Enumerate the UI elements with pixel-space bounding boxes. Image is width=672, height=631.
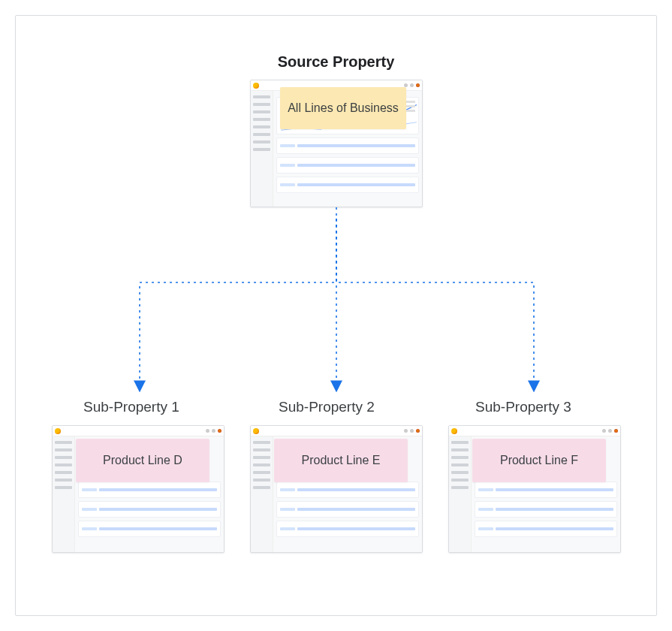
source-title: Source Property bbox=[16, 53, 656, 71]
thumbnail-sidebar bbox=[251, 91, 273, 207]
sub-property-2-label: Product Line E bbox=[274, 439, 408, 482]
analytics-logo-icon bbox=[55, 428, 61, 434]
window-controls-icon bbox=[602, 429, 618, 433]
sub-property-3-title: Sub-Property 3 bbox=[475, 399, 571, 415]
diagram-frame: Source Property Sub-Property 1 Sub-Prope… bbox=[15, 15, 657, 616]
analytics-logo-icon bbox=[253, 83, 259, 89]
source-label: All Lines of Business bbox=[280, 87, 406, 129]
window-controls-icon bbox=[206, 429, 221, 433]
analytics-logo-icon bbox=[451, 428, 457, 434]
sub-property-1-title: Sub-Property 1 bbox=[83, 399, 179, 415]
window-controls-icon bbox=[404, 429, 420, 433]
sub-property-3-label: Product Line F bbox=[472, 439, 606, 482]
analytics-logo-icon bbox=[253, 428, 259, 434]
sub-property-2-title: Sub-Property 2 bbox=[279, 399, 375, 415]
sub-property-1-label: Product Line D bbox=[76, 439, 209, 482]
window-controls-icon bbox=[404, 83, 420, 87]
